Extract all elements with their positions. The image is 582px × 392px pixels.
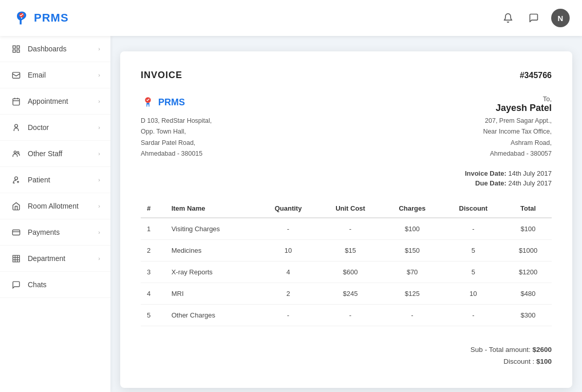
cell-quantity: 2: [258, 283, 318, 305]
table-row: 4 MRI 2 $245 $125 10 $480: [141, 283, 552, 305]
from-address: D 103, RedStar Hospital, Opp. Town Hall,…: [141, 116, 212, 159]
sidebar-item-dashboards-arrow: ›: [98, 46, 100, 52]
notification-bell-button[interactable]: [500, 10, 516, 26]
cell-total: $100: [504, 218, 552, 240]
svg-rect-14: [12, 230, 20, 235]
from-address-line3: Sardar Patel Road,: [141, 139, 195, 146]
invoice-number: #345766: [520, 71, 552, 80]
cell-discount: -: [442, 218, 505, 240]
cell-charges: -: [382, 305, 442, 326]
cell-charges: $150: [382, 240, 442, 262]
sidebar-item-other-staff-label: Other Staff: [28, 150, 98, 158]
sidebar-item-room-allotment-label: Room Allotment: [28, 202, 98, 210]
col-header-item: Item Name: [165, 199, 258, 218]
cell-charges: $100: [382, 218, 442, 240]
cell-item: Other Charges: [165, 305, 258, 326]
invoice-date-label: Invoice Date:: [465, 170, 506, 177]
from-address-line1: D 103, RedStar Hospital,: [141, 117, 212, 124]
payments-icon: [10, 227, 22, 238]
cell-quantity: 4: [258, 262, 318, 283]
sidebar-item-patient[interactable]: Patient ›: [0, 167, 110, 193]
cell-quantity: 10: [258, 240, 318, 262]
sidebar-item-doctor-arrow: ›: [98, 124, 100, 130]
cell-discount: 10: [442, 283, 505, 305]
invoice-dates: Invoice Date: 14th July 2017 Due Date: 2…: [141, 170, 552, 187]
cell-total: $480: [504, 283, 552, 305]
other-staff-icon: [10, 148, 22, 159]
col-header-discount: Discount: [442, 199, 505, 218]
appointment-icon: [10, 96, 22, 107]
cell-item: Visiting Charges: [165, 218, 258, 240]
user-avatar[interactable]: N: [551, 9, 570, 27]
cell-discount: 5: [442, 262, 505, 283]
discount-label: Discount :: [503, 358, 534, 365]
to-section: To, Jayesh Patel 207, Prem Sagar Appt., …: [483, 95, 552, 159]
sidebar-item-dashboards[interactable]: Dashboards ›: [0, 36, 110, 62]
from-address-line2: Opp. Town Hall,: [141, 128, 186, 135]
logo-area: PRMS: [12, 9, 69, 27]
to-address-line1: 207, Prem Sagar Appt.,: [485, 117, 552, 124]
sidebar-item-email[interactable]: Email ›: [0, 62, 110, 88]
sidebar-item-department[interactable]: Department ›: [0, 246, 110, 272]
invoice-top-bar: INVOICE #345766: [141, 70, 552, 81]
discount-row: Discount : $100: [141, 358, 552, 365]
invoice-date-row: Invoice Date: 14th July 2017: [141, 170, 552, 177]
sidebar-item-chats-label: Chats: [28, 281, 100, 289]
sidebar-item-appointment-label: Appointment: [28, 97, 98, 105]
from-logo-text: PRMS: [158, 97, 185, 108]
col-header-charges: Charges: [382, 199, 442, 218]
main-content: INVOICE #345766 PRMS D 103, RedStar Hosp…: [110, 0, 582, 392]
cell-total: $1000: [504, 240, 552, 262]
cell-charges: $125: [382, 283, 442, 305]
to-address: 207, Prem Sagar Appt., Near Income Tax O…: [483, 116, 552, 159]
svg-point-11: [14, 151, 16, 153]
cell-unit-cost: $15: [318, 240, 383, 262]
table-row: 1 Visiting Charges - - $100 - $100: [141, 218, 552, 240]
chats-icon: [10, 279, 22, 290]
sidebar-item-dashboards-label: Dashboards: [28, 45, 98, 53]
sidebar-item-appointment[interactable]: Appointment ›: [0, 88, 110, 115]
cell-num: 1: [141, 218, 165, 240]
due-date-label: Due Date:: [475, 179, 506, 187]
sidebar-item-other-staff-arrow: ›: [98, 151, 100, 157]
svg-rect-6: [13, 98, 20, 105]
cell-unit-cost: $245: [318, 283, 383, 305]
sub-total-row: Sub - Total amount: $2600: [141, 346, 552, 353]
cell-num: 2: [141, 240, 165, 262]
sidebar-item-payments[interactable]: Payments ›: [0, 219, 110, 246]
email-icon: [10, 69, 22, 81]
invoice-table: # Item Name Quantity Unit Cost Charges D…: [141, 199, 552, 326]
col-header-total: Total: [504, 199, 552, 218]
cell-item: MRI: [165, 283, 258, 305]
cell-discount: -: [442, 305, 505, 326]
svg-rect-5: [12, 72, 20, 78]
discount-value: $100: [536, 358, 552, 365]
sidebar-item-chats[interactable]: Chats: [0, 272, 110, 298]
to-address-line4: Ahmedabad - 380057: [490, 150, 552, 157]
invoice-date-value: 14th July 2017: [508, 170, 552, 177]
sidebar-item-department-label: Department: [28, 254, 98, 263]
sidebar-item-room-allotment-arrow: ›: [98, 203, 100, 209]
sidebar-item-doctor[interactable]: Doctor ›: [0, 115, 110, 141]
messages-button[interactable]: [525, 10, 542, 26]
cell-quantity: -: [258, 218, 318, 240]
cell-item: X-ray Reports: [165, 262, 258, 283]
from-address-line4: Ahmedabad - 380015: [141, 150, 202, 157]
sidebar-item-other-staff[interactable]: Other Staff ›: [0, 141, 110, 167]
sidebar-item-room-allotment[interactable]: Room Allotment ›: [0, 193, 110, 219]
svg-rect-3: [16, 49, 19, 52]
sidebar-item-email-arrow: ›: [98, 72, 100, 78]
dashboards-icon: [10, 43, 22, 54]
cell-charges: $70: [382, 262, 442, 283]
cell-num: 4: [141, 283, 165, 305]
sidebar-item-patient-label: Patient: [28, 176, 98, 184]
sub-total-label: Sub - Total amount:: [471, 346, 531, 353]
to-address-line3: Ashram Road,: [511, 139, 552, 146]
sub-total-value: $2600: [532, 346, 552, 353]
cell-item: Medicines: [165, 240, 258, 262]
cell-total: $300: [504, 305, 552, 326]
sidebar-item-payments-arrow: ›: [98, 229, 100, 235]
cell-unit-cost: -: [318, 218, 383, 240]
cell-num: 5: [141, 305, 165, 326]
invoice-totals: Sub - Total amount: $2600 Discount : $10…: [141, 341, 552, 365]
